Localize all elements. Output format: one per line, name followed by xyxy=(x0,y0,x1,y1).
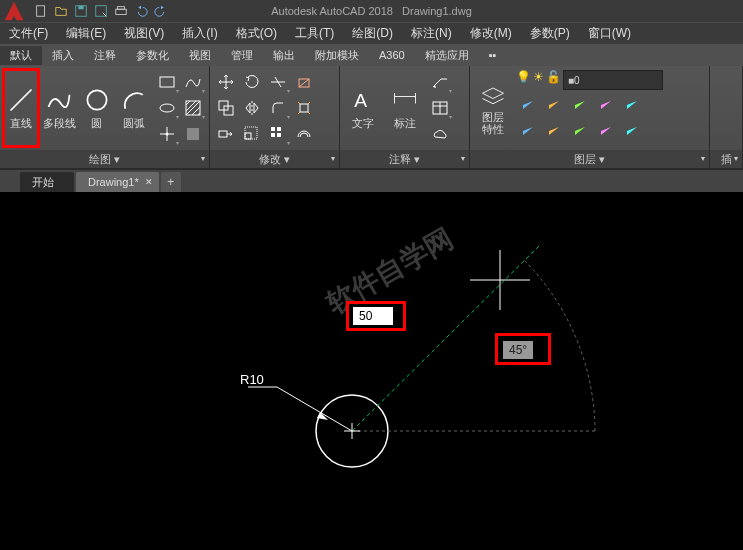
menu-format[interactable]: 格式(O) xyxy=(227,25,286,42)
circle-button[interactable]: 圆 xyxy=(78,68,116,148)
layer-prev-icon[interactable] xyxy=(594,118,618,142)
panel-layers-title[interactable]: 图层 ▾ xyxy=(470,150,709,168)
tab-manage[interactable]: 管理 xyxy=(221,46,263,65)
array-icon[interactable] xyxy=(266,122,290,146)
doctab-drawing1[interactable]: Drawing1* xyxy=(76,172,159,192)
cloud-icon[interactable] xyxy=(428,122,452,146)
polyline-button[interactable]: 多段线 xyxy=(40,68,78,148)
text-button[interactable]: A 文字 xyxy=(342,68,384,148)
polyline-label: 多段线 xyxy=(43,116,76,131)
arc-button[interactable]: 圆弧 xyxy=(115,68,153,148)
layer-off-icon[interactable] xyxy=(516,92,540,116)
quick-access-toolbar xyxy=(32,2,170,20)
move-icon[interactable] xyxy=(214,70,238,94)
panel-draw-title[interactable]: 绘图 ▾ xyxy=(0,150,209,168)
menu-draw[interactable]: 绘图(D) xyxy=(343,25,402,42)
new-icon[interactable] xyxy=(32,2,50,20)
svg-text:A: A xyxy=(354,90,367,111)
erase-icon[interactable] xyxy=(292,70,316,94)
sun-icon: ☀ xyxy=(533,70,544,90)
mirror-icon[interactable] xyxy=(240,96,264,120)
layer-lock-icon[interactable] xyxy=(568,92,592,116)
dimension-button[interactable]: 标注 xyxy=(384,68,426,148)
save-icon[interactable] xyxy=(72,2,90,20)
table-icon[interactable] xyxy=(428,96,452,120)
offset-icon[interactable] xyxy=(292,122,316,146)
svg-rect-19 xyxy=(219,131,227,137)
layer-thaw-icon[interactable] xyxy=(542,118,566,142)
rotate-icon[interactable] xyxy=(240,70,264,94)
trim-icon[interactable] xyxy=(266,70,290,94)
rectangle-icon[interactable] xyxy=(155,70,179,94)
dim-label: 标注 xyxy=(394,116,416,131)
hatch-icon[interactable] xyxy=(181,96,205,120)
radius-label: R10 xyxy=(240,372,264,387)
panel-annot-title[interactable]: 注释 ▾ xyxy=(340,150,469,168)
point-icon[interactable] xyxy=(155,122,179,146)
menu-file[interactable]: 文件(F) xyxy=(0,25,57,42)
menu-tools[interactable]: 工具(T) xyxy=(286,25,343,42)
svg-rect-23 xyxy=(277,127,281,131)
app-logo[interactable] xyxy=(0,0,28,22)
menu-view[interactable]: 视图(V) xyxy=(115,25,173,42)
plot-icon[interactable] xyxy=(112,2,130,20)
menu-edit[interactable]: 编辑(E) xyxy=(57,25,115,42)
redo-icon[interactable] xyxy=(152,2,170,20)
svg-rect-25 xyxy=(277,133,281,137)
tab-a360[interactable]: A360 xyxy=(369,47,415,63)
title-bar: Autodesk AutoCAD 2018 Drawing1.dwg xyxy=(0,0,743,22)
document-tabs: 开始 Drawing1* + xyxy=(0,170,743,192)
undo-icon[interactable] xyxy=(132,2,150,20)
layer-properties-button[interactable]: 图层 特性 xyxy=(472,68,514,148)
layer-iso-icon[interactable] xyxy=(516,118,540,142)
svg-rect-18 xyxy=(300,104,308,112)
layerprops-label: 图层 特性 xyxy=(482,111,504,135)
menu-bar: 文件(F) 编辑(E) 视图(V) 插入(I) 格式(O) 工具(T) 绘图(D… xyxy=(0,22,743,44)
tab-default[interactable]: 默认 xyxy=(0,46,42,65)
tab-output[interactable]: 输出 xyxy=(263,46,305,65)
arc-label: 圆弧 xyxy=(123,116,145,131)
ellipse-icon[interactable] xyxy=(155,96,179,120)
tab-express[interactable]: 精选应用 xyxy=(415,46,479,65)
spline-icon[interactable] xyxy=(181,70,205,94)
saveas-icon[interactable] xyxy=(92,2,110,20)
length-input[interactable] xyxy=(353,307,393,325)
tab-view[interactable]: 视图 xyxy=(179,46,221,65)
doctab-start[interactable]: 开始 xyxy=(20,172,74,192)
drawing-canvas[interactable]: R10 软件自学网 45° xyxy=(0,192,743,550)
layer-walk-icon[interactable] xyxy=(620,118,644,142)
tab-annotate[interactable]: 注释 xyxy=(84,46,126,65)
layer-freeze-icon[interactable] xyxy=(542,92,566,116)
fillet-icon[interactable] xyxy=(266,96,290,120)
tab-addins[interactable]: 附加模块 xyxy=(305,46,369,65)
scale-icon[interactable] xyxy=(240,122,264,146)
line-button[interactable]: 直线 xyxy=(2,68,40,148)
menu-modify[interactable]: 修改(M) xyxy=(461,25,521,42)
layer-make-icon[interactable] xyxy=(594,92,618,116)
layer-match-icon[interactable] xyxy=(620,92,644,116)
add-tab-button[interactable]: + xyxy=(161,172,181,192)
stretch-icon[interactable] xyxy=(214,122,238,146)
ribbon: 直线 多段线 圆 圆弧 xyxy=(0,66,743,170)
menu-insert[interactable]: 插入(I) xyxy=(173,25,226,42)
menu-dimension[interactable]: 标注(N) xyxy=(402,25,461,42)
tab-more[interactable]: ▪▪ xyxy=(479,47,507,63)
tab-parametric[interactable]: 参数化 xyxy=(126,46,179,65)
svg-rect-8 xyxy=(160,77,174,87)
panel-ins-title[interactable]: 插 xyxy=(710,150,742,168)
tab-insert[interactable]: 插入 xyxy=(42,46,84,65)
copy-icon[interactable] xyxy=(214,96,238,120)
svg-rect-22 xyxy=(271,127,275,131)
ribbon-tabs: 默认 插入 注释 参数化 视图 管理 输出 附加模块 A360 精选应用 ▪▪ xyxy=(0,44,743,66)
layer-unlock-icon[interactable] xyxy=(568,118,592,142)
menu-params[interactable]: 参数(P) xyxy=(521,25,579,42)
leader-icon[interactable] xyxy=(428,70,452,94)
circle-label: 圆 xyxy=(91,116,102,131)
open-icon[interactable] xyxy=(52,2,70,20)
svg-point-7 xyxy=(87,90,106,109)
explode-icon[interactable] xyxy=(292,96,316,120)
menu-window[interactable]: 窗口(W) xyxy=(579,25,640,42)
panel-modify-title[interactable]: 修改 ▾ xyxy=(210,150,339,168)
region-icon[interactable] xyxy=(181,122,205,146)
layer-selector[interactable]: ■ 0 xyxy=(563,70,663,90)
